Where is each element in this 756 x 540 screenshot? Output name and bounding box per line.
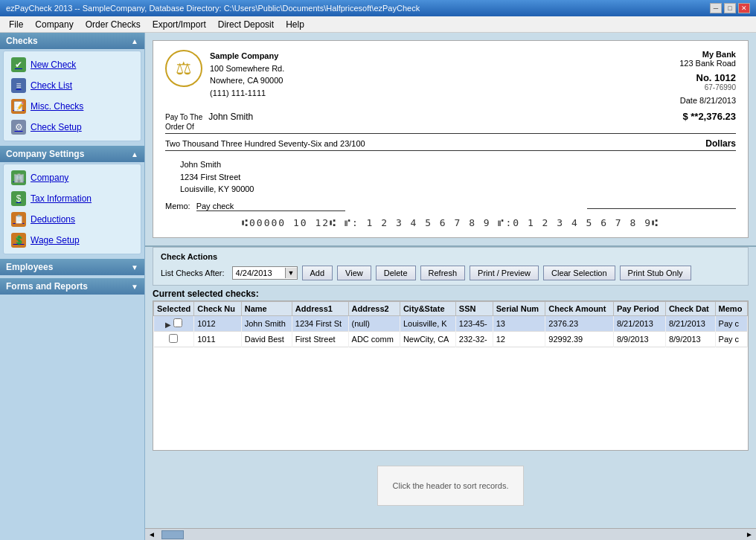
new-check-icon: ✔	[11, 57, 26, 72]
sort-hint: Click the header to sort records.	[377, 466, 525, 506]
close-button[interactable]: ✕	[738, 3, 750, 13]
minimize-button[interactable]: ─	[710, 3, 722, 13]
sidebar-checks-header[interactable]: Checks ▲	[0, 33, 144, 49]
micr-line: ⑆00000 10 12⑆ ⑈: 1 2 3 4 5 6 7 8 9 ⑈:0 1…	[165, 217, 736, 228]
scrollbar-thumb[interactable]	[161, 530, 184, 539]
col-memo[interactable]: Memo	[715, 301, 747, 315]
sidebar-item-wage-setup[interactable]: 💲 Wage Setup	[7, 230, 138, 251]
cell-pay-period: 8/21/2013	[613, 315, 665, 331]
chevron-down-icon: ▼	[131, 263, 138, 271]
amount-words: Two Thousand Three Hundred Seventy-Six a…	[165, 139, 698, 148]
menu-company[interactable]: Company	[29, 18, 79, 31]
company-info: Sample Company 100 Somewhere Rd. Nowhere…	[210, 50, 284, 99]
title-bar: ezPayCheck 2013 -- SampleCompany, Databa…	[0, 0, 756, 16]
col-check-num[interactable]: Check Nu	[194, 301, 241, 315]
date-dropdown-button[interactable]: ▼	[285, 268, 297, 278]
row-select-checkbox[interactable]	[173, 318, 182, 327]
sidebar-item-check-list[interactable]: ≡ Check List	[7, 75, 138, 96]
cell-memo: Pay c	[715, 315, 747, 331]
list-checks-after-label: List Checks After:	[161, 269, 225, 277]
sidebar-company-settings-header[interactable]: Company Settings ▲	[0, 146, 144, 162]
window-controls[interactable]: ─ □ ✕	[710, 3, 750, 13]
list-checks-after-input[interactable]	[233, 267, 285, 279]
print-stub-only-button[interactable]: Print Stub Only	[620, 266, 691, 280]
row-arrow-cell	[154, 331, 194, 347]
print-preview-button[interactable]: Print / Preview	[470, 266, 539, 280]
check-amount: $ **2,376.23	[682, 111, 736, 122]
menu-help[interactable]: Help	[280, 18, 310, 31]
col-city-state[interactable]: City&State	[400, 301, 455, 315]
col-name[interactable]: Name	[241, 301, 292, 315]
delete-button[interactable]: Delete	[376, 266, 416, 280]
col-address2[interactable]: Address2	[348, 301, 400, 315]
sidebar-item-check-setup[interactable]: ⚙ Check Setup	[7, 117, 138, 138]
menu-file[interactable]: File	[3, 18, 29, 31]
cell-address2: (null)	[348, 315, 400, 331]
maximize-button[interactable]: □	[724, 3, 736, 13]
col-check-amount[interactable]: Check Amount	[545, 301, 614, 315]
cell-address1: First Street	[292, 331, 348, 347]
table-row: 1011 David Best First Street ADC comm Ne…	[154, 331, 748, 347]
sidebar-item-deductions[interactable]: 📋 Deductions	[7, 209, 138, 230]
cell-memo: Pay c	[715, 331, 747, 347]
chevron-down-icon-2: ▼	[131, 283, 138, 291]
col-address1[interactable]: Address1	[292, 301, 348, 315]
memo-label: Memo:	[165, 202, 190, 210]
scroll-right-arrow[interactable]: ►	[743, 530, 756, 539]
memo-value: Pay check	[196, 202, 345, 211]
view-button[interactable]: View	[337, 266, 371, 280]
cell-check-date: 8/21/2013	[665, 315, 715, 331]
cell-serial-num: 13	[493, 315, 545, 331]
col-ssn[interactable]: SSN	[455, 301, 493, 315]
check-actions: Check Actions List Checks After: ▼ Add V…	[153, 247, 749, 286]
cell-city-state: NewCity, CA	[400, 331, 455, 347]
sidebar-forms-reports-header[interactable]: Forms and Reports ▼	[0, 278, 144, 295]
col-pay-period[interactable]: Pay Period	[613, 301, 665, 315]
cell-name: David Best	[241, 331, 292, 347]
cell-check-amount: 2376.23	[545, 315, 614, 331]
sidebar-item-new-check[interactable]: ✔ New Check	[7, 54, 138, 75]
checks-table-wrapper[interactable]: Selected Check Nu Name Address1 Address2…	[153, 300, 749, 451]
menu-direct-deposit[interactable]: Direct Deposit	[212, 18, 280, 31]
add-button[interactable]: Add	[302, 266, 333, 280]
menu-export-import[interactable]: Export/Import	[147, 18, 212, 31]
cell-check-amount: 92992.39	[545, 331, 614, 347]
sidebar-item-misc-checks[interactable]: 📝 Misc. Checks	[7, 96, 138, 117]
cell-check-date: 8/9/2013	[665, 331, 715, 347]
col-selected[interactable]: Selected	[154, 301, 194, 315]
table-title: Current selected checks:	[153, 286, 749, 300]
sidebar-item-tax-information[interactable]: $ Tax Information	[7, 188, 138, 209]
table-header-row: Selected Check Nu Name Address1 Address2…	[154, 301, 748, 315]
bank-info: My Bank 123 Bank Road No. 1012 67-76990 …	[679, 50, 736, 105]
company-icon: 🏢	[11, 170, 26, 185]
clear-selection-button[interactable]: Clear Selection	[543, 266, 615, 280]
scroll-left-arrow[interactable]: ◄	[145, 530, 158, 539]
actions-row: List Checks After: ▼ Add View Delete Ref…	[161, 266, 740, 280]
misc-checks-icon: 📝	[11, 99, 26, 114]
checks-table: Selected Check Nu Name Address1 Address2…	[153, 301, 748, 347]
tax-icon: $	[11, 191, 26, 206]
refresh-button[interactable]: Refresh	[420, 266, 466, 280]
sidebar-item-company[interactable]: 🏢 Company	[7, 167, 138, 188]
main-layout: Checks ▲ ✔ New Check ≡ Check List 📝 Misc…	[0, 33, 756, 540]
sidebar-employees-header[interactable]: Employees ▼	[0, 259, 144, 275]
wage-setup-icon: 💲	[11, 233, 26, 248]
col-serial-num[interactable]: Serial Num	[493, 301, 545, 315]
row-select-checkbox[interactable]	[169, 334, 178, 343]
menu-order-checks[interactable]: Order Checks	[80, 18, 147, 31]
cell-ssn: 123-45-	[455, 315, 493, 331]
check-logo: ⚖	[165, 50, 202, 87]
check-area: ⚖ Sample Company 100 Somewhere Rd. Nowhe…	[145, 33, 756, 247]
cell-serial-num: 12	[493, 331, 545, 347]
memo-row: Memo: Pay check	[165, 202, 736, 211]
signature-line	[587, 208, 736, 209]
title-bar-text: ezPayCheck 2013 -- SampleCompany, Databa…	[6, 4, 420, 13]
pay-to-row: Pay To TheOrder Of John Smith $ **2,376.…	[165, 111, 736, 134]
col-check-date[interactable]: Check Dat	[665, 301, 715, 315]
horizontal-scrollbar[interactable]: ◄ ►	[145, 528, 756, 540]
amount-words-row: Two Thousand Three Hundred Seventy-Six a…	[165, 138, 736, 151]
deductions-icon: 📋	[11, 212, 26, 227]
check-setup-icon: ⚙	[11, 120, 26, 135]
chevron-up-icon-2: ▲	[131, 150, 138, 158]
dollars-label: Dollars	[705, 138, 736, 149]
